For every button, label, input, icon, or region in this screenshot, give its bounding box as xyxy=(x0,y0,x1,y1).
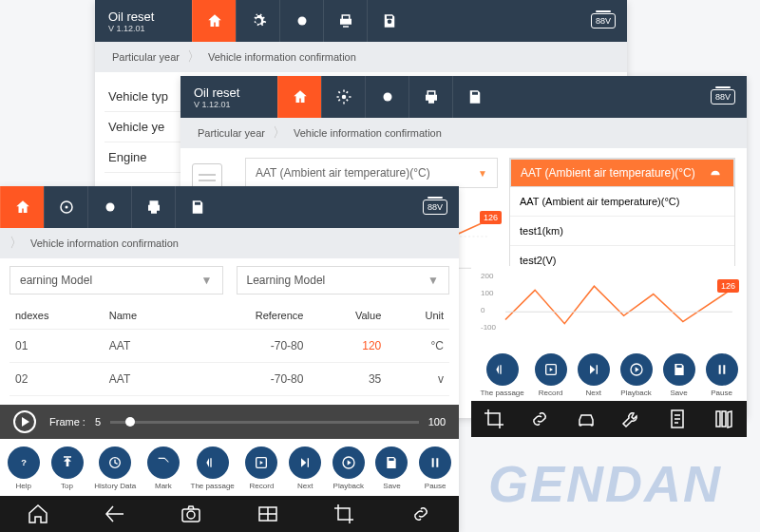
save-button[interactable]: Save xyxy=(663,353,695,397)
playback-controls: The passage Record Next Playback Save Pa… xyxy=(471,344,747,401)
tab-save[interactable] xyxy=(452,76,496,118)
app-version: V 1.12.01 xyxy=(108,24,154,33)
crop-icon[interactable] xyxy=(483,408,505,430)
play-button[interactable] xyxy=(13,410,36,433)
frame-current: 5 xyxy=(95,416,101,428)
camera-icon[interactable] xyxy=(180,503,202,525)
svg-point-0 xyxy=(297,17,306,26)
col-reference: Reference xyxy=(185,302,310,330)
next-button[interactable]: Next xyxy=(578,353,610,397)
chevron-right-icon: 〉 xyxy=(10,235,23,252)
top-button[interactable]: Top xyxy=(51,446,84,490)
home-icon[interactable] xyxy=(27,503,49,525)
tab-record[interactable] xyxy=(365,76,408,118)
table-row[interactable]: 02AAT-70-8035v xyxy=(10,363,449,396)
breadcrumb-item[interactable]: Vehicle information confirmation xyxy=(23,238,186,249)
window-data-table: 88V 〉 Vehicle information confirmation e… xyxy=(0,186,459,532)
titlebar: Oil reset V 1.12.01 88V xyxy=(95,0,627,42)
playback-button[interactable]: Playback xyxy=(620,353,653,397)
grid-icon[interactable] xyxy=(256,503,279,525)
list-item-label: test1(km) xyxy=(520,225,563,237)
battery-indicator: 88V xyxy=(423,200,447,215)
tab-home[interactable] xyxy=(277,76,321,118)
breadcrumb-item[interactable]: Vehicle information confirmation xyxy=(286,127,449,139)
tab-settings[interactable] xyxy=(44,186,87,228)
pause-button[interactable]: Pause xyxy=(419,446,451,490)
col-value: Value xyxy=(309,302,387,330)
svg-text:?: ? xyxy=(21,458,27,467)
history-button[interactable]: History Data xyxy=(94,446,136,490)
titlebar: 88V xyxy=(0,186,459,228)
report-icon[interactable] xyxy=(666,408,689,430)
timeline-track[interactable] xyxy=(110,421,419,424)
col-unit: Unit xyxy=(387,302,449,330)
chevron-right-icon: 〉 xyxy=(187,48,200,66)
library-icon[interactable] xyxy=(712,408,735,430)
tab-print[interactable] xyxy=(408,76,452,118)
breadcrumb: Particular year 〉 Vehicle information co… xyxy=(95,42,627,72)
tab-print[interactable] xyxy=(131,186,175,228)
window-2-lower: 200 100 0 -100 126 The passage Record Ne… xyxy=(471,266,747,432)
battery-indicator: 88V xyxy=(711,89,735,104)
svg-point-16 xyxy=(187,511,195,519)
value-badge: 126 xyxy=(480,211,502,224)
svg-point-9 xyxy=(65,206,67,209)
pause-button[interactable]: Pause xyxy=(706,353,738,397)
svg-point-2 xyxy=(383,93,391,102)
model-select-1[interactable]: earning Model▼ xyxy=(10,266,223,294)
record-button[interactable]: Record xyxy=(245,446,277,490)
bottom-toolbar xyxy=(0,496,459,532)
table-row[interactable]: 01AAT-70-80120°C xyxy=(10,330,449,363)
crop-icon[interactable] xyxy=(332,503,355,525)
y-tick: -100 xyxy=(481,323,496,332)
frame-max: 100 xyxy=(428,416,446,428)
wrench-icon[interactable] xyxy=(620,408,643,430)
svg-point-10 xyxy=(105,203,114,212)
tab-home[interactable] xyxy=(0,186,44,228)
passage-button[interactable]: The passage xyxy=(191,446,235,490)
model-select-2[interactable]: Learning Model▼ xyxy=(237,266,450,294)
list-item-label: test2(V) xyxy=(520,255,557,266)
list-item[interactable]: AAT (Ambient air temperature)(°C) xyxy=(510,187,734,217)
chevron-down-icon: ▼ xyxy=(201,274,213,287)
app-version: V 1.12.01 xyxy=(194,100,239,109)
tab-save[interactable] xyxy=(367,0,410,42)
bottom-toolbar xyxy=(471,401,747,437)
value-badge: 126 xyxy=(717,279,739,293)
record-button[interactable]: Record xyxy=(535,353,567,397)
playback-button[interactable]: Playback xyxy=(332,446,365,490)
list-item[interactable]: AAT (Ambient air temperature)(°C) xyxy=(510,159,734,187)
link-icon[interactable] xyxy=(528,408,551,430)
app-title: Oil reset xyxy=(194,86,239,100)
tab-print[interactable] xyxy=(323,0,367,42)
breadcrumb-item[interactable]: Particular year xyxy=(190,127,273,139)
breadcrumb-item[interactable]: Particular year xyxy=(104,51,187,63)
tab-home[interactable] xyxy=(192,0,236,42)
tab-save[interactable] xyxy=(175,186,218,228)
tab-record[interactable] xyxy=(87,186,131,228)
help-button[interactable]: ?Help xyxy=(8,446,40,490)
list-item[interactable]: test1(km) xyxy=(510,217,734,246)
chevron-down-icon: ▼ xyxy=(428,274,439,287)
parameter-dropdown[interactable]: AAT (Ambient air temperature)(°C) ▼ xyxy=(245,158,498,188)
car-icon[interactable] xyxy=(575,408,598,430)
save-button[interactable]: Save xyxy=(375,446,408,490)
passage-button[interactable]: The passage xyxy=(480,353,523,397)
y-tick: 100 xyxy=(481,289,493,297)
tab-settings[interactable] xyxy=(236,0,279,42)
next-button[interactable]: Next xyxy=(289,446,321,490)
app-title: Oil reset xyxy=(108,10,154,24)
timeline-handle[interactable] xyxy=(125,417,135,427)
y-tick: 0 xyxy=(481,306,484,314)
mark-button[interactable]: Mark xyxy=(147,446,180,490)
link-icon[interactable] xyxy=(409,503,432,525)
y-tick: 200 xyxy=(481,272,493,280)
tab-settings[interactable] xyxy=(321,76,365,118)
watermark: GENDAN xyxy=(488,454,722,513)
chart-2: 200 100 0 -100 126 xyxy=(481,270,737,344)
frame-label: Frame : xyxy=(49,416,86,428)
tab-record[interactable] xyxy=(279,0,323,42)
breadcrumb-item[interactable]: Vehicle information confirmation xyxy=(200,51,364,63)
back-icon[interactable] xyxy=(104,503,126,525)
timeline: Frame : 5 100 xyxy=(0,405,459,439)
